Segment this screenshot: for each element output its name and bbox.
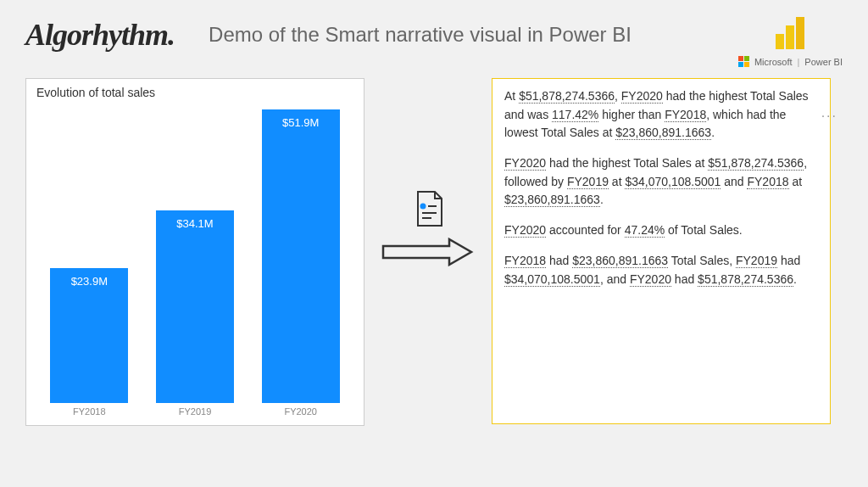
bar-fy2019[interactable]: $34.1M	[142, 210, 248, 403]
divider: |	[798, 57, 800, 67]
narrative-p2: FY2020 had the highest Total Sales at $5…	[504, 154, 818, 210]
x-axis-labels: FY2018 FY2019 FY2020	[36, 406, 353, 417]
brand-logo: Algorhythm.	[25, 17, 175, 53]
microsoft-icon	[738, 56, 749, 67]
chart-area: $23.9M $34.1M $51.9M	[36, 106, 353, 403]
powerbi-label: Power BI	[804, 57, 843, 67]
document-icon	[408, 188, 448, 229]
chart-panel[interactable]: Evolution of total sales $23.9M $34.1M $…	[25, 78, 364, 426]
bar-fy2018[interactable]: $23.9M	[36, 268, 142, 403]
more-options-button[interactable]: ···	[821, 109, 837, 124]
page-title: Demo of the Smart narrative visual in Po…	[209, 23, 632, 47]
chart-title: Evolution of total sales	[36, 86, 353, 99]
arrow-icon	[381, 238, 475, 266]
narrative-p3: FY2020 accounted for 47.24% of Total Sal…	[504, 221, 818, 240]
arrow-section	[381, 188, 475, 266]
svg-point-0	[420, 204, 426, 210]
narrative-p1: At $51,878,274.5366, FY2020 had the high…	[504, 87, 818, 143]
microsoft-label: Microsoft	[754, 57, 793, 67]
powerbi-icon	[776, 17, 804, 49]
powerbi-branding: Microsoft | Power BI	[738, 17, 843, 67]
narrative-p4: FY2018 had $23,860,891.1663 Total Sales,…	[504, 252, 818, 288]
narrative-panel[interactable]: At $51,878,274.5366, FY2020 had the high…	[492, 78, 831, 424]
bar-fy2020[interactable]: $51.9M	[248, 109, 353, 403]
